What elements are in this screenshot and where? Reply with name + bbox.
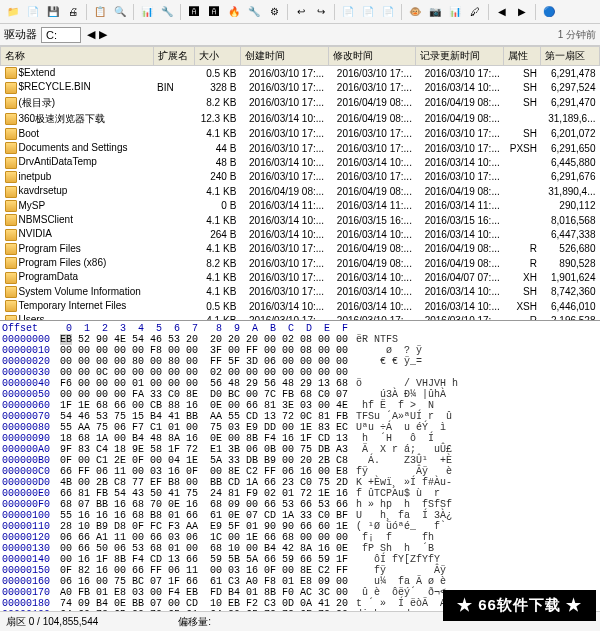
toolbar-button[interactable]: 🐵 xyxy=(406,3,424,21)
folder-icon xyxy=(5,286,17,298)
toolbar-button[interactable]: ↪ xyxy=(312,3,330,21)
table-row[interactable]: Temporary Internet Files0.5 KB2016/03/14… xyxy=(1,299,600,313)
drive-prev-button[interactable]: ◀ xyxy=(85,28,97,41)
toolbar-button[interactable]: 🅰 xyxy=(185,3,203,21)
folder-icon xyxy=(5,243,17,255)
star-icon: ★ xyxy=(457,596,473,613)
table-row[interactable]: Boot4.1 KB2016/03/10 17:...2016/03/10 17… xyxy=(1,127,600,141)
table-row[interactable]: DrvAntiDataTemp48 B2016/03/14 10:...2016… xyxy=(1,155,600,169)
toolbar-button[interactable]: 📄 xyxy=(24,3,42,21)
folder-icon xyxy=(5,200,17,212)
column-header[interactable]: 记录更新时间 xyxy=(416,47,504,66)
column-header[interactable]: 修改时间 xyxy=(328,47,416,66)
column-header[interactable]: 扩展名 xyxy=(153,47,194,66)
table-row[interactable]: $Extend0.5 KB2016/03/10 17:...2016/03/10… xyxy=(1,66,600,81)
toolbar-button[interactable]: ◀ xyxy=(493,3,511,21)
folder-icon xyxy=(5,97,17,109)
timer-label: 1 分钟前 xyxy=(558,28,596,42)
table-row[interactable]: Users4.1 KB2016/03/10 17:...2016/03/10 1… xyxy=(1,313,600,321)
folder-icon xyxy=(5,67,17,79)
toolbar-button[interactable]: 🖊 xyxy=(466,3,484,21)
table-row[interactable]: (根目录)8.2 KB2016/03/10 17:...2016/04/19 0… xyxy=(1,95,600,111)
toolbar-button[interactable]: 📄 xyxy=(339,3,357,21)
table-row[interactable]: inetpub240 B2016/03/10 17:...2016/03/10 … xyxy=(1,170,600,184)
folder-icon xyxy=(5,82,17,94)
drive-select[interactable]: C: xyxy=(41,27,81,43)
toolbar-button[interactable]: 📄 xyxy=(359,3,377,21)
table-row[interactable]: Program Files (x86)8.2 KB2016/03/10 17:.… xyxy=(1,256,600,270)
toolbar-button[interactable]: 🔧 xyxy=(158,3,176,21)
toolbar-button[interactable]: 🖨 xyxy=(64,3,82,21)
toolbar-button[interactable]: ▶ xyxy=(513,3,531,21)
folder-icon xyxy=(5,157,17,169)
column-header[interactable]: 属性 xyxy=(504,47,541,66)
toolbar-button[interactable]: 💾 xyxy=(44,3,62,21)
table-row[interactable]: NVIDIA264 B2016/03/14 10:...2016/03/14 1… xyxy=(1,227,600,241)
toolbar-button[interactable]: 🔥 xyxy=(225,3,243,21)
banner-text: 66软件下载 xyxy=(478,596,561,613)
toolbar-button[interactable]: 🅰 xyxy=(205,3,223,21)
table-row[interactable]: ProgramData4.1 KB2016/03/10 17:...2016/0… xyxy=(1,270,600,284)
table-row[interactable]: MySP0 B2016/03/14 11:...2016/03/14 11:..… xyxy=(1,199,600,213)
folder-icon xyxy=(5,142,17,154)
file-table: 名称扩展名大小创建时间修改时间记录更新时间属性第一扇区 $Extend0.5 K… xyxy=(0,46,600,321)
folder-icon xyxy=(5,214,17,226)
toolbar-button[interactable]: 🔵 xyxy=(540,3,558,21)
toolbar-button[interactable]: 📷 xyxy=(426,3,444,21)
toolbar-button[interactable]: ↩ xyxy=(292,3,310,21)
folder-icon xyxy=(5,257,17,269)
toolbar-button[interactable]: 🔍 xyxy=(111,3,129,21)
toolbar-button[interactable]: 📋 xyxy=(91,3,109,21)
file-list-pane: 名称扩展名大小创建时间修改时间记录更新时间属性第一扇区 $Extend0.5 K… xyxy=(0,46,600,321)
folder-icon xyxy=(5,113,17,125)
folder-icon xyxy=(5,300,17,312)
sector-status: 扇区 0 / 104,855,544 xyxy=(6,615,98,629)
toolbar-button[interactable]: 📄 xyxy=(379,3,397,21)
drive-label: 驱动器 xyxy=(4,27,37,42)
column-header[interactable]: 创建时间 xyxy=(240,47,328,66)
watermark-banner: ★ 66软件下载 ★ xyxy=(443,590,596,621)
table-row[interactable]: kavdrsetup4.1 KB2016/04/19 08:...2016/04… xyxy=(1,184,600,198)
drive-row: 驱动器 C: ◀ ▶ 1 分钟前 xyxy=(0,24,600,46)
folder-icon xyxy=(5,128,17,140)
column-header[interactable]: 大小 xyxy=(194,47,240,66)
hex-viewer: Offset 000000000000001000000020000000300… xyxy=(0,321,600,611)
folder-icon xyxy=(5,229,17,241)
toolbar-button[interactable]: 📊 xyxy=(138,3,156,21)
folder-icon xyxy=(5,186,17,198)
toolbar-button[interactable]: 🔧 xyxy=(245,3,263,21)
offset-label: 偏移量: xyxy=(178,615,211,629)
column-header[interactable]: 第一扇区 xyxy=(541,47,600,66)
table-row[interactable]: System Volume Information4.1 KB2016/03/1… xyxy=(1,285,600,299)
main-toolbar: 📁📄💾🖨📋🔍📊🔧🅰🅰🔥🔧⚙↩↪📄📄📄🐵📷📊🖊◀▶🔵 xyxy=(0,0,600,24)
table-row[interactable]: $RECYCLE.BINBIN328 B2016/03/10 17:...201… xyxy=(1,80,600,94)
drive-next-button[interactable]: ▶ xyxy=(97,28,109,41)
table-row[interactable]: Documents and Settings44 B2016/03/10 17:… xyxy=(1,141,600,155)
toolbar-button[interactable]: ⚙ xyxy=(265,3,283,21)
table-row[interactable]: 360极速浏览器下载12.3 KB2016/03/14 10:...2016/0… xyxy=(1,111,600,127)
folder-icon xyxy=(5,272,17,284)
table-row[interactable]: NBMSClient4.1 KB2016/03/14 10:...2016/03… xyxy=(1,213,600,227)
table-row[interactable]: Program Files4.1 KB2016/03/10 17:...2016… xyxy=(1,242,600,256)
star-icon: ★ xyxy=(566,596,582,613)
toolbar-button[interactable]: 📁 xyxy=(4,3,22,21)
toolbar-button[interactable]: 📊 xyxy=(446,3,464,21)
column-header[interactable]: 名称 xyxy=(1,47,154,66)
folder-icon xyxy=(5,171,17,183)
